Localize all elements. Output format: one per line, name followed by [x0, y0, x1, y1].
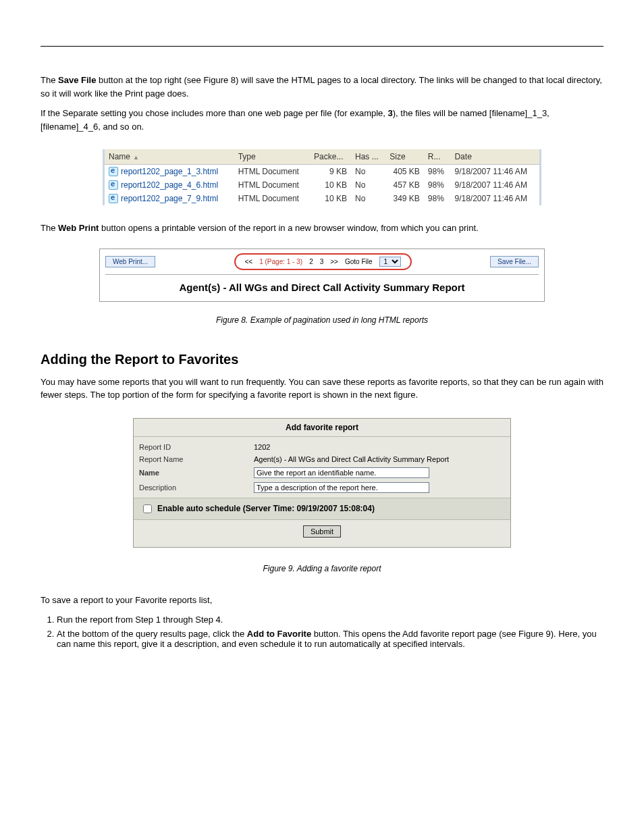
pager-page-3[interactable]: 3 — [320, 258, 324, 265]
step-1: Run the report from Step 1 through Step … — [57, 615, 603, 625]
text: If the Separate setting you chose includ… — [41, 108, 388, 118]
add-favorite-form: Add favorite report Report ID 1202 Repor… — [133, 418, 511, 548]
table-header-row: Name▲ Type Packe... Has ... Size R... Da… — [104, 149, 541, 165]
favorites-intro: You may have some reports that you will … — [41, 375, 603, 402]
file-has: No — [351, 192, 385, 205]
description-input[interactable] — [254, 482, 429, 493]
pager-current: 1 (Page: 1 - 3) — [259, 258, 302, 265]
sort-asc-icon: ▲ — [133, 154, 139, 161]
description-label: Description — [139, 484, 254, 492]
goto-file-select[interactable]: 1 — [379, 257, 401, 267]
file-date: 9/18/2007 11:46 AM — [450, 165, 540, 179]
enable-schedule-label: Enable auto schedule (Server Time: 09/19… — [157, 504, 375, 513]
report-name-value: Agent(s) - All WGs and Direct Call Activ… — [254, 455, 505, 463]
html-file-icon — [109, 194, 118, 203]
col-size[interactable]: Size — [385, 149, 424, 165]
file-name: report1202_page_1_3.html — [121, 167, 218, 176]
file-ratio: 98% — [424, 165, 451, 179]
file-size: 349 KB — [385, 192, 424, 205]
file-packed: 10 KB — [310, 178, 351, 192]
file-has: No — [351, 165, 385, 179]
report-id-value: 1202 — [254, 443, 505, 451]
intro-paragraph-2: If the Separate setting you chose includ… — [41, 107, 603, 133]
report-toolbar: Web Print... << 1 (Page: 1 - 3) 2 3 >> G… — [105, 253, 539, 275]
favorite-name-input[interactable] — [254, 467, 429, 478]
file-name: report1202_page_7_9.html — [121, 194, 218, 203]
file-ratio: 98% — [424, 178, 451, 192]
enable-schedule-row: Enable auto schedule (Server Time: 09/19… — [134, 498, 510, 520]
table-row[interactable]: report1202_page_7_9.htmlHTML Document10 … — [104, 192, 541, 205]
col-packed[interactable]: Packe... — [310, 149, 351, 165]
pager-prev[interactable]: << — [245, 258, 253, 265]
table-row[interactable]: report1202_page_1_3.htmlHTML Document9 K… — [104, 165, 541, 179]
file-date: 9/18/2007 11:46 AM — [450, 178, 540, 192]
pager-highlight: << 1 (Page: 1 - 3) 2 3 >> Goto File 1 — [234, 253, 412, 270]
report-id-label: Report ID — [139, 443, 254, 451]
col-ratio[interactable]: R... — [424, 149, 451, 165]
file-has: No — [351, 178, 385, 192]
report-title: Agent(s) - All WGs and Direct Call Activ… — [105, 282, 539, 293]
page-rule — [41, 46, 603, 47]
save-file-button[interactable]: Save File... — [490, 256, 539, 267]
report-header-figure: Web Print... << 1 (Page: 1 - 3) 2 3 >> G… — [99, 249, 545, 302]
intro-paragraph-1: The Save File button at the top right (s… — [41, 74, 603, 100]
mid-paragraph: The Web Print button opens a printable v… — [41, 221, 603, 235]
pager-next[interactable]: >> — [330, 258, 338, 265]
goto-file-label: Goto File — [345, 258, 373, 265]
steps-intro: To save a report to your Favorite report… — [41, 594, 603, 607]
col-name[interactable]: Name▲ — [104, 149, 234, 165]
file-name: report1202_page_4_6.html — [121, 180, 218, 190]
file-packed: 9 KB — [310, 165, 351, 179]
col-type[interactable]: Type — [234, 149, 310, 165]
file-ratio: 98% — [424, 192, 451, 205]
html-file-icon — [109, 180, 118, 190]
file-size: 405 KB — [385, 165, 424, 179]
pager-page-2[interactable]: 2 — [309, 258, 313, 265]
separate-value: 3 — [388, 108, 393, 118]
file-date: 9/18/2007 11:46 AM — [450, 192, 540, 205]
web-print-button[interactable]: Web Print... — [105, 256, 155, 267]
saved-files-table: Name▲ Type Packe... Has ... Size R... Da… — [103, 149, 541, 205]
add-to-favorite-term: Add to Favorite — [247, 629, 311, 639]
col-has[interactable]: Has ... — [351, 149, 385, 165]
col-date[interactable]: Date — [450, 149, 540, 165]
text: button at the top right (see Figure 8) w… — [41, 75, 602, 99]
table-row[interactable]: report1202_page_4_6.htmlHTML Document10 … — [104, 178, 541, 192]
figure-8-caption: Figure 8. Example of pagination used in … — [41, 315, 603, 325]
web-print-term: Web Print — [58, 223, 99, 233]
step-2: At the bottom of the query results page,… — [57, 629, 603, 649]
add-favorite-title: Add favorite report — [134, 419, 510, 437]
file-packed: 10 KB — [310, 192, 351, 205]
file-type: HTML Document — [234, 192, 310, 205]
enable-schedule-checkbox[interactable] — [143, 504, 152, 513]
report-name-label: Report Name — [139, 455, 254, 463]
figure-9-caption: Figure 9. Adding a favorite report — [41, 564, 603, 573]
file-size: 457 KB — [385, 178, 424, 192]
steps-list: Run the report from Step 1 through Step … — [57, 615, 603, 649]
file-type: HTML Document — [234, 165, 310, 179]
save-file-term: Save File — [58, 75, 96, 85]
text: The — [41, 75, 58, 85]
text: The — [41, 223, 58, 233]
submit-button[interactable]: Submit — [303, 525, 341, 538]
html-file-icon — [109, 167, 118, 176]
section-heading: Adding the Report to Favorites — [41, 352, 603, 367]
favorite-name-label: Name — [139, 469, 254, 477]
file-type: HTML Document — [234, 178, 310, 192]
text: button opens a printable version of the … — [99, 223, 478, 233]
